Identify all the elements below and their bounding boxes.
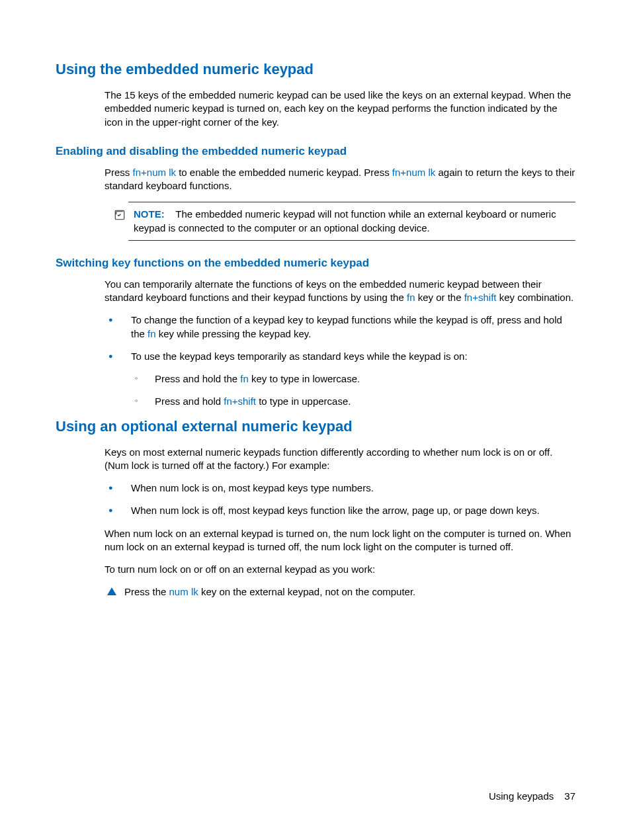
note-text <box>167 208 175 220</box>
bullet-list-external: When num lock is on, most keypad keys ty… <box>105 482 575 518</box>
list-item: To change the function of a keypad key t… <box>105 314 575 341</box>
heading-enable-disable: Enabling and disabling the embedded nume… <box>56 145 575 158</box>
paragraph-numlock-instruction: To turn num lock on or off on an externa… <box>105 563 575 576</box>
paragraph-enable-disable: Press fn+num lk to enable the embedded n… <box>105 166 575 193</box>
note-text: The embedded numeric keypad will not fun… <box>134 208 556 233</box>
keyword-fn: fn <box>407 292 415 303</box>
note-block: NOTE: The embedded numeric keypad will n… <box>105 202 575 240</box>
text: Press the <box>124 586 169 597</box>
text: key or the <box>415 292 464 303</box>
note-label: NOTE: <box>134 208 165 220</box>
list-item: When num lock is off, most keypad keys f… <box>105 504 575 517</box>
text: key to type in lowercase. <box>249 373 360 384</box>
triangle-icon <box>107 587 116 595</box>
text: key combination. <box>496 292 573 303</box>
keyword-numlk: num lk <box>169 586 198 597</box>
note-content: NOTE: The embedded numeric keypad will n… <box>134 208 575 235</box>
text: key on the external keypad, not on the c… <box>198 586 416 597</box>
keyword-fn: fn <box>147 328 156 339</box>
paragraph-numlock-light: When num lock on an external keypad is t… <box>105 527 575 554</box>
footer-page-number: 37 <box>564 790 575 802</box>
keyword-fn-shift: fn+shift <box>464 292 497 303</box>
document-page: Using the embedded numeric keypad The 15… <box>0 0 631 840</box>
heading-external-keypad: Using an optional external numeric keypa… <box>56 418 575 435</box>
text: key while pressing the keypad key. <box>156 328 312 339</box>
sub-list: Press and hold the fn key to type in low… <box>131 372 575 409</box>
heading-switching-functions: Switching key functions on the embedded … <box>56 257 575 270</box>
note-icon <box>114 209 126 221</box>
paragraph-external-intro: Keys on most external numeric keypads fu… <box>105 446 575 473</box>
step-text: Press the num lk key on the external key… <box>124 585 415 599</box>
text: Press and hold the <box>155 373 240 384</box>
footer-section-name: Using keypads <box>489 790 554 802</box>
keyword-fn: fn <box>240 373 249 384</box>
page-footer: Using keypads37 <box>489 790 575 802</box>
keyword-fn-shift: fn+shift <box>224 396 256 407</box>
bullet-list-switching: To change the function of a keypad key t… <box>105 314 575 408</box>
keyword-fn-numlk: fn+num lk <box>392 167 435 178</box>
list-item: Press and hold fn+shift to type in upper… <box>131 395 575 408</box>
list-item: Press and hold the fn key to type in low… <box>131 372 575 386</box>
text: to type in uppercase. <box>256 396 351 407</box>
text: Press <box>105 167 133 178</box>
heading-embedded-keypad: Using the embedded numeric keypad <box>56 61 575 78</box>
text: To use the keypad keys temporarily as st… <box>131 351 468 362</box>
triangle-step: Press the num lk key on the external key… <box>105 585 575 599</box>
paragraph-intro-embedded: The 15 keys of the embedded numeric keyp… <box>105 89 575 129</box>
keyword-fn-numlk: fn+num lk <box>133 167 176 178</box>
list-item: To use the keypad keys temporarily as st… <box>105 350 575 409</box>
text: to enable the embedded numeric keypad. P… <box>176 167 392 178</box>
list-item: When num lock is on, most keypad keys ty… <box>105 482 575 495</box>
paragraph-switching-intro: You can temporarily alternate the functi… <box>105 278 575 305</box>
text: Press and hold <box>155 396 224 407</box>
